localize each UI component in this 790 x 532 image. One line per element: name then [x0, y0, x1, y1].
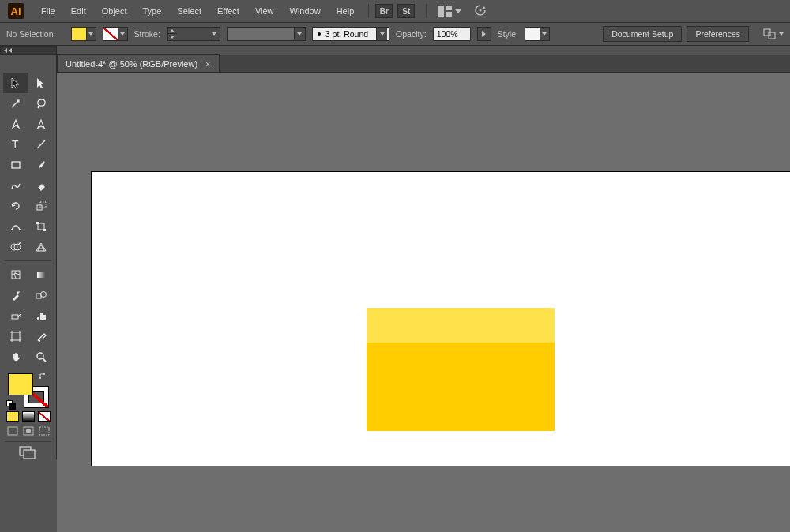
menu-separator: [368, 4, 369, 18]
rectangle-tool[interactable]: [3, 155, 28, 175]
svg-point-22: [40, 292, 46, 298]
type-tool[interactable]: T: [3, 134, 28, 155]
shaper-tool[interactable]: [3, 175, 28, 196]
chevron-down-icon[interactable]: [209, 28, 220, 40]
stock-button[interactable]: St: [397, 4, 415, 18]
direct-selection-tool[interactable]: [28, 73, 54, 93]
workspace-switcher[interactable]: [438, 6, 461, 17]
eyedropper-tool[interactable]: [3, 285, 28, 305]
screen-mode-button[interactable]: [0, 445, 56, 459]
stroke-weight-stepper[interactable]: [167, 27, 220, 41]
bridge-button[interactable]: Br: [375, 4, 393, 18]
draw-normal-icon[interactable]: [6, 425, 19, 436]
canvas-area[interactable]: [57, 73, 790, 532]
align-flyout-button[interactable]: [762, 27, 784, 41]
svg-rect-2: [446, 12, 452, 17]
free-transform-tool[interactable]: [28, 216, 54, 237]
stroke-swatch-button[interactable]: [103, 27, 128, 41]
menu-window[interactable]: Window: [282, 0, 329, 22]
width-tool[interactable]: [3, 216, 28, 237]
eraser-tool[interactable]: [28, 175, 54, 196]
svg-rect-16: [43, 229, 46, 231]
curvature-tool[interactable]: [28, 114, 54, 134]
column-graph-tool[interactable]: [28, 305, 54, 326]
graphic-style-button[interactable]: [525, 27, 550, 41]
menu-view[interactable]: View: [247, 0, 282, 22]
menu-select[interactable]: Select: [169, 0, 209, 22]
menu-edit[interactable]: Edit: [63, 0, 94, 22]
blend-tool[interactable]: [28, 285, 54, 305]
symbol-sprayer-tool[interactable]: [3, 305, 28, 326]
menu-type[interactable]: Type: [135, 0, 170, 22]
none-mode-swatch[interactable]: [38, 411, 51, 422]
rectangle-shape-dark[interactable]: [367, 343, 555, 431]
selection-tool[interactable]: [3, 73, 28, 93]
rectangle-shape-light[interactable]: [367, 308, 555, 343]
menu-separator: [426, 4, 427, 18]
svg-point-32: [26, 429, 31, 433]
slice-tool[interactable]: [28, 326, 54, 347]
stroke-weight-value[interactable]: [177, 28, 209, 40]
variable-width-profile-dropdown[interactable]: [227, 27, 306, 41]
svg-text:T: T: [12, 138, 19, 151]
svg-point-6: [15, 125, 17, 126]
pen-tool[interactable]: [3, 114, 28, 134]
opacity-flyout-button[interactable]: [477, 27, 491, 41]
document-tab[interactable]: Untitled-4* @ 50% (RGB/Preview) ×: [57, 54, 220, 72]
document-tab-bar: Untitled-4* @ 50% (RGB/Preview) ×: [57, 55, 790, 73]
opacity-input[interactable]: 100%: [433, 27, 471, 41]
mesh-tool[interactable]: [3, 264, 28, 285]
artboard-tool[interactable]: [3, 326, 28, 347]
gradient-tool[interactable]: [28, 264, 54, 285]
color-mode-swatch[interactable]: [6, 411, 19, 422]
tools-collapse-handle[interactable]: [0, 46, 57, 55]
app-logo: Ai: [8, 3, 24, 19]
draw-mode-row: [0, 425, 56, 436]
fill-stroke-indicator[interactable]: [6, 372, 51, 410]
svg-rect-1: [446, 6, 452, 10]
magic-wand-tool[interactable]: [3, 93, 28, 114]
sync-settings-icon[interactable]: [472, 4, 488, 18]
line-segment-tool[interactable]: [28, 134, 54, 155]
lasso-tool[interactable]: [28, 93, 54, 114]
perspective-grid-tool[interactable]: [28, 237, 54, 257]
fill-swatch-button[interactable]: [71, 27, 96, 41]
decrease-icon[interactable]: [167, 34, 177, 40]
draw-behind-icon[interactable]: [22, 425, 35, 436]
rotate-tool[interactable]: [3, 196, 28, 216]
svg-rect-9: [12, 162, 20, 168]
brush-definition-dropdown[interactable]: 3 pt. Round: [312, 27, 389, 41]
menu-file[interactable]: File: [33, 0, 63, 22]
preferences-button[interactable]: Preferences: [687, 26, 749, 42]
chevron-down-icon: [376, 28, 387, 40]
svg-rect-19: [12, 271, 20, 279]
svg-rect-23: [12, 315, 18, 319]
tools-separator: [5, 441, 51, 442]
hand-tool[interactable]: [3, 347, 28, 367]
menu-bar: Ai File Edit Object Type Select Effect V…: [0, 0, 790, 22]
svg-rect-0: [438, 6, 444, 17]
increase-icon[interactable]: [167, 28, 177, 34]
close-icon[interactable]: ×: [205, 59, 210, 69]
svg-rect-25: [40, 313, 43, 320]
menu-object[interactable]: Object: [94, 0, 135, 22]
document-setup-button[interactable]: Document Setup: [603, 26, 682, 42]
menu-help[interactable]: Help: [329, 0, 363, 22]
artboard[interactable]: [92, 172, 790, 466]
svg-rect-30: [8, 427, 17, 435]
draw-inside-icon[interactable]: [38, 425, 51, 436]
swap-fill-stroke-icon[interactable]: [38, 372, 49, 384]
stroke-label: Stroke:: [134, 29, 160, 39]
zoom-tool[interactable]: [28, 347, 54, 367]
scale-tool[interactable]: [28, 196, 54, 216]
gradient-mode-swatch[interactable]: [22, 411, 35, 422]
svg-point-13: [19, 229, 21, 230]
brush-preview-dot: [318, 32, 321, 36]
shape-builder-tool[interactable]: [3, 237, 28, 257]
svg-rect-15: [36, 222, 39, 224]
menu-effect[interactable]: Effect: [209, 0, 247, 22]
fill-indicator[interactable]: [8, 373, 33, 395]
paintbrush-tool[interactable]: [28, 155, 54, 175]
default-fill-stroke-icon[interactable]: [6, 400, 16, 410]
svg-rect-33: [40, 427, 49, 435]
